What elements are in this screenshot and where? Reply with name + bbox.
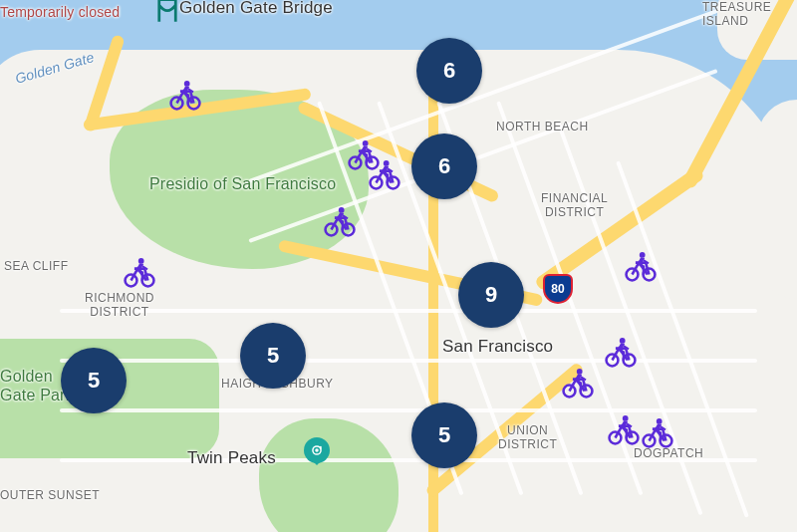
bike-marker-icon[interactable] xyxy=(607,412,641,446)
city-label: San Francisco xyxy=(442,337,553,357)
bike-marker-icon[interactable] xyxy=(641,415,674,449)
bike-marker-icon[interactable] xyxy=(323,204,357,238)
map-canvas[interactable]: Temporarily closed Golden Gate Bridge Go… xyxy=(0,0,797,532)
svg-point-20 xyxy=(640,252,646,258)
cluster-count: 6 xyxy=(443,58,455,84)
bike-marker-icon[interactable] xyxy=(624,249,658,283)
svg-point-5 xyxy=(184,81,190,87)
financial-district-label: FINANCIAL DISTRICT xyxy=(541,191,608,219)
svg-point-17 xyxy=(138,258,144,264)
highway-80-shield: 80 xyxy=(543,274,573,304)
bike-marker-icon[interactable] xyxy=(604,335,638,369)
treasure-island-label: TREASURE ISLAND xyxy=(702,0,771,28)
cluster-marker[interactable]: 6 xyxy=(416,38,482,104)
bike-marker-icon[interactable] xyxy=(123,255,156,289)
cluster-count: 5 xyxy=(267,343,279,369)
cluster-marker[interactable]: 5 xyxy=(240,323,306,389)
cluster-count: 5 xyxy=(438,422,450,448)
bridge-label: Golden Gate Bridge xyxy=(179,0,333,18)
twin-peaks-poi-icon[interactable] xyxy=(304,437,330,463)
svg-point-11 xyxy=(384,160,390,166)
cluster-marker[interactable]: 9 xyxy=(458,262,524,328)
svg-point-8 xyxy=(363,140,369,146)
bike-marker-icon[interactable] xyxy=(561,366,595,399)
svg-point-1 xyxy=(315,448,319,452)
cluster-marker[interactable]: 5 xyxy=(61,348,127,413)
outer-sunset-label: OUTER SUNSET xyxy=(0,488,100,502)
svg-point-26 xyxy=(577,369,583,375)
union-label: UNION DISTRICT xyxy=(498,423,557,451)
cluster-marker[interactable]: 6 xyxy=(411,133,477,199)
svg-point-29 xyxy=(657,418,663,424)
north-beach-label: NORTH BEACH xyxy=(496,120,589,133)
bike-marker-icon[interactable] xyxy=(168,78,202,112)
presidio-label: Presidio of San Francisco xyxy=(149,174,336,193)
bridge-marker-icon xyxy=(156,0,178,24)
cluster-marker[interactable]: 5 xyxy=(411,402,477,468)
cluster-count: 6 xyxy=(438,153,450,179)
richmond-label: RICHMOND DISTRICT xyxy=(85,291,154,319)
svg-point-32 xyxy=(623,415,629,421)
svg-point-23 xyxy=(620,338,626,344)
cluster-count: 9 xyxy=(485,282,497,308)
closed-notice-label: Temporarily closed xyxy=(0,4,120,20)
svg-rect-2 xyxy=(320,446,322,449)
cluster-count: 5 xyxy=(88,368,100,394)
bike-marker-icon[interactable] xyxy=(368,157,401,191)
twin-peaks-label: Twin Peaks xyxy=(187,448,276,468)
highway-80-label: 80 xyxy=(551,282,564,296)
svg-point-14 xyxy=(339,207,345,213)
sea-cliff-label: SEA CLIFF xyxy=(4,259,69,273)
